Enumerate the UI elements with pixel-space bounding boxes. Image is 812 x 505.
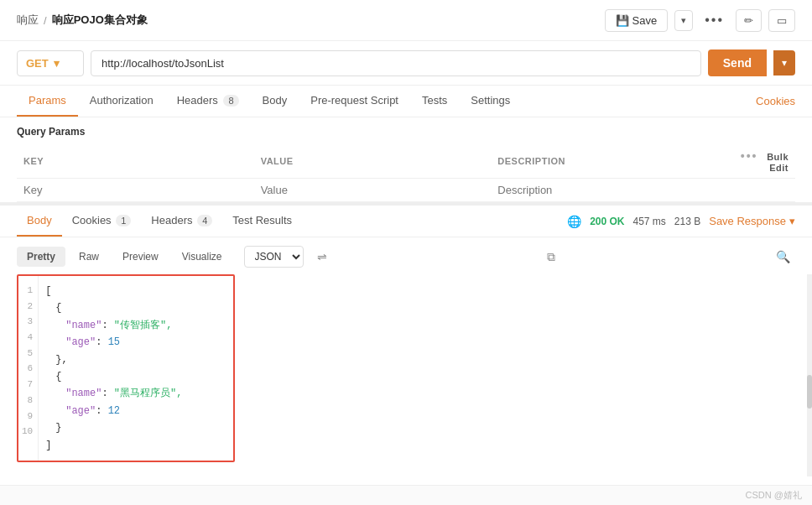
col-actions-header: ••• Bulk Edit — [728, 144, 795, 179]
format-select[interactable]: JSON XML Text — [244, 246, 304, 268]
fmt-tab-raw[interactable]: Raw — [69, 247, 109, 267]
edit-icon: ✏ — [744, 14, 753, 27]
doc-button[interactable]: ▭ — [768, 9, 795, 32]
cookies-link[interactable]: Cookies — [756, 95, 795, 107]
url-bar: GET ▾ Send ▾ — [0, 41, 812, 86]
send-dropdown-button[interactable]: ▾ — [773, 50, 795, 75]
globe-icon: 🌐 — [567, 215, 581, 228]
resp-tab-test-results-label: Test Results — [232, 214, 292, 226]
col-description-header: DESCRIPTION — [491, 144, 728, 179]
breadcrumb-current: 响应POJO集合对象 — [52, 13, 148, 28]
tab-settings-label: Settings — [471, 94, 510, 107]
tab-body[interactable]: Body — [251, 86, 299, 117]
method-arrow: ▾ — [54, 57, 60, 70]
method-select[interactable]: GET ▾ — [17, 50, 84, 76]
tab-params-label: Params — [29, 94, 66, 107]
resp-tab-headers[interactable]: Headers 4 — [141, 206, 222, 237]
response-status: 🌐 200 OK 457 ms 213 B Save Response ▾ — [567, 215, 795, 228]
resp-tab-cookies-label: Cookies — [72, 214, 112, 226]
response-tabs-bar: Body Cookies 1 Headers 4 Test Results 🌐 … — [0, 206, 812, 237]
resp-headers-badge: 4 — [197, 215, 212, 226]
code-line-7: "name": "黑马程序员", — [45, 385, 182, 402]
tab-prerequest[interactable]: Pre-request Script — [299, 86, 410, 117]
response-section: Body Cookies 1 Headers 4 Test Results 🌐 … — [0, 202, 812, 485]
search-button[interactable]: 🔍 — [771, 247, 795, 267]
breadcrumb-actions: 💾 Save ▾ ••• ✏ ▭ — [605, 8, 795, 32]
resp-tab-body-label: Body — [27, 214, 52, 226]
breadcrumb: 响应 / 响应POJO集合对象 — [17, 13, 148, 28]
save-label: Save — [632, 14, 658, 27]
response-body-main: Pretty Raw Preview Visualize JSON XML Te… — [0, 237, 812, 485]
description-input[interactable] — [497, 184, 721, 196]
app-container: 响应 / 响应POJO集合对象 💾 Save ▾ ••• ✏ ▭ GET ▾ S… — [0, 0, 812, 505]
resp-tab-headers-label: Headers — [151, 214, 192, 226]
response-size: 213 B — [674, 216, 700, 227]
format-tabs: Pretty Raw Preview Visualize JSON XML Te… — [0, 246, 812, 274]
code-line-2: { — [45, 299, 182, 316]
fmt-tab-visualize[interactable]: Visualize — [172, 247, 232, 267]
tab-tests-label: Tests — [422, 94, 447, 107]
response-body-area: Pretty Raw Preview Visualize JSON XML Te… — [0, 237, 812, 485]
code-line-9: } — [45, 419, 182, 436]
line-numbers: 1 2 3 4 5 6 7 8 9 10 — [18, 276, 39, 461]
resp-cookies-badge: 1 — [116, 215, 131, 226]
send-button[interactable]: Send — [708, 49, 767, 76]
search-icon: 🔍 — [776, 250, 790, 263]
headers-badge: 8 — [223, 95, 238, 107]
params-placeholder-row — [17, 179, 795, 202]
tab-authorization-label: Authorization — [90, 94, 154, 107]
code-lines: [ { "name": "传智插客", "age": 15 }, { "name… — [39, 276, 189, 461]
bulk-edit-button[interactable]: Bulk Edit — [767, 152, 789, 173]
resp-tab-test-results[interactable]: Test Results — [222, 206, 302, 237]
tab-tests[interactable]: Tests — [410, 86, 459, 117]
params-table: KEY VALUE DESCRIPTION ••• Bulk Edit — [17, 144, 795, 202]
code-line-5: }, — [45, 351, 182, 368]
value-input[interactable] — [261, 184, 485, 196]
url-input[interactable] — [91, 50, 701, 76]
fmt-tab-pretty[interactable]: Pretty — [17, 247, 65, 267]
watermark-text: CSDN @婧礼 — [746, 490, 802, 500]
save-response-button[interactable]: Save Response ▾ — [709, 215, 795, 227]
col-key-header: KEY — [17, 144, 254, 179]
scrollbar-thumb[interactable] — [807, 375, 812, 409]
edit-button[interactable]: ✏ — [736, 9, 762, 32]
save-response-label: Save Response — [709, 215, 786, 227]
wrap-icon: ⇌ — [317, 250, 327, 263]
breadcrumb-bar: 响应 / 响应POJO集合对象 💾 Save ▾ ••• ✏ ▭ — [0, 0, 812, 41]
code-line-1: [ — [45, 283, 182, 299]
tab-settings[interactable]: Settings — [459, 86, 522, 117]
save-response-arrow: ▾ — [789, 215, 795, 227]
resp-tab-body[interactable]: Body — [17, 206, 62, 237]
table-more-icon[interactable]: ••• — [741, 149, 758, 163]
method-label: GET — [26, 57, 49, 70]
save-button[interactable]: 💾 Save — [605, 9, 669, 32]
key-input[interactable] — [23, 184, 247, 196]
wrap-lines-button[interactable]: ⇌ — [312, 247, 332, 267]
breadcrumb-parent: 响应 — [17, 13, 39, 28]
copy-button[interactable]: ⧉ — [542, 247, 560, 268]
watermark: CSDN @婧礼 — [0, 485, 812, 505]
tab-headers[interactable]: Headers 8 — [165, 86, 251, 117]
copy-icon: ⧉ — [547, 250, 555, 263]
tab-params[interactable]: Params — [17, 86, 78, 117]
query-params-title: Query Params — [17, 126, 795, 138]
resp-tab-cookies[interactable]: Cookies 1 — [62, 206, 142, 237]
status-code: 200 OK — [590, 216, 624, 227]
response-time: 457 ms — [633, 216, 666, 227]
code-line-10: ] — [45, 437, 182, 454]
save-dropdown-button[interactable]: ▾ — [674, 10, 693, 31]
tab-authorization[interactable]: Authorization — [78, 86, 165, 117]
code-line-3: "name": "传智插客", — [45, 317, 182, 334]
tab-body-label: Body — [263, 94, 288, 107]
request-tabs: Params Authorization Headers 8 Body Pre-… — [0, 86, 812, 117]
breadcrumb-separator: / — [44, 14, 47, 27]
query-params-section: Query Params KEY VALUE DESCRIPTION ••• B… — [0, 117, 812, 202]
more-options-button[interactable]: ••• — [700, 8, 729, 32]
code-line-6: { — [45, 368, 182, 385]
code-line-4: "age": 15 — [45, 334, 182, 351]
tab-prerequest-label: Pre-request Script — [310, 94, 398, 107]
code-line-8: "age": 12 — [45, 403, 182, 419]
fmt-tab-preview[interactable]: Preview — [112, 247, 169, 267]
save-icon: 💾 — [616, 14, 629, 27]
tab-headers-label: Headers — [177, 94, 218, 107]
